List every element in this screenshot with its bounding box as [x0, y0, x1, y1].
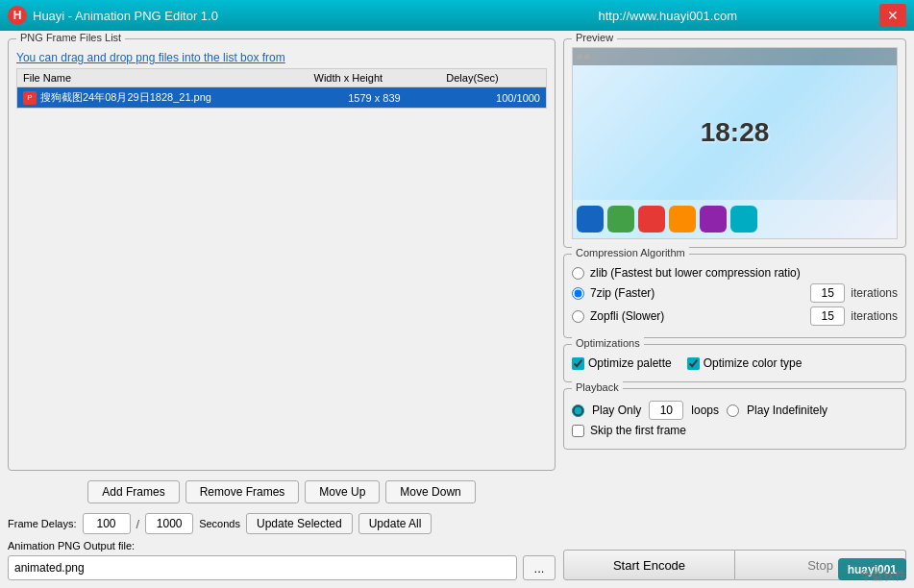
seconds-label: Seconds [199, 518, 240, 529]
output-file-label: Animation PNG Output file: [8, 540, 556, 551]
taskbar-dot [577, 54, 582, 60]
7zip-row: 7zip (Faster) iterations [572, 283, 898, 303]
file-list-group: PNG Frame Files List You can drag and dr… [8, 38, 556, 471]
table-row[interactable]: P搜狗截图24年08月29日1828_21.png 1579 x 839 100… [17, 87, 547, 109]
col-header-name: File Name [17, 69, 309, 87]
titlebar: H Huayi - Animation PNG Editor 1.0 http:… [0, 0, 914, 31]
drag-hint: You can drag and drop png files into the… [16, 51, 547, 64]
update-selected-button[interactable]: Update Selected [246, 513, 353, 534]
optimize-palette-checkbox[interactable] [572, 357, 584, 370]
zopfli-label: Zopfli (Slower) [590, 309, 664, 323]
preview-icons-row [573, 200, 897, 238]
frame-delays-label: Frame Delays: [8, 518, 77, 529]
watermark-sub: 华益软件 [860, 568, 906, 584]
app-logo: H [8, 6, 27, 25]
preview-image: 18:28 [572, 47, 898, 239]
optimize-palette-item: Optimize palette [572, 356, 672, 370]
delay-denominator-input[interactable] [145, 513, 193, 534]
zopfli-iterations-label: iterations [851, 309, 898, 323]
play-only-radio[interactable] [572, 404, 584, 417]
output-file-row: Animation PNG Output file: ... [8, 540, 556, 580]
preview-screen: 18:28 [573, 48, 897, 238]
optimize-palette-label: Optimize palette [588, 356, 672, 370]
app-title: Huayi - Animation PNG Editor 1.0 [33, 9, 457, 23]
move-down-button[interactable]: Move Down [385, 480, 475, 503]
drag-hint-text1: You can drag and drop png files into the [16, 51, 223, 64]
optimizations-title: Optimizations [572, 337, 644, 349]
drag-hint-link: list box from [223, 51, 285, 64]
file-delay-cell: 100/1000 [440, 87, 546, 109]
play-only-label: Play Only [592, 404, 641, 417]
zlib-radio[interactable] [572, 267, 584, 280]
preview-icon-3 [638, 206, 665, 233]
optimize-color-item: Optimize color type [687, 356, 803, 370]
remove-frames-button[interactable]: Remove Frames [185, 480, 300, 503]
zlib-label: zlib (Fastest but lower compression rati… [590, 266, 801, 280]
preview-clock: 18:28 [573, 65, 897, 200]
move-up-button[interactable]: Move Up [305, 480, 380, 503]
loops-input[interactable] [649, 401, 683, 420]
play-indefinitely-label: Play Indefinitely [747, 404, 828, 417]
col-header-size: Width x Height [309, 69, 441, 87]
browse-button[interactable]: ... [523, 555, 556, 580]
file-name-cell: P搜狗截图24年08月29日1828_21.png [17, 87, 309, 109]
optimize-color-checkbox[interactable] [687, 357, 700, 370]
7zip-label: 7zip (Faster) [590, 286, 655, 300]
preview-taskbar [573, 48, 897, 65]
output-file-input[interactable] [8, 555, 517, 580]
optimize-color-label: Optimize color type [704, 356, 803, 370]
preview-icon-4 [669, 206, 696, 233]
start-encode-button[interactable]: Start Encode [563, 550, 735, 580]
zopfli-iterations-input[interactable] [810, 306, 845, 326]
preview-icon-1 [577, 206, 604, 233]
skip-first-frame-label: Skip the first frame [590, 424, 686, 437]
add-frames-button[interactable]: Add Frames [87, 480, 179, 503]
preview-group: Preview 18:28 [563, 38, 906, 248]
zopfli-row: Zopfli (Slower) iterations [572, 306, 898, 326]
loops-label: loops [691, 404, 719, 417]
skip-first-frame-checkbox[interactable] [572, 425, 584, 437]
update-all-button[interactable]: Update All [358, 513, 432, 534]
playback-title: Playback [572, 381, 623, 393]
play-indefinitely-radio[interactable] [727, 404, 739, 417]
playback-group: Playback Play Only loops Play Indefinite… [563, 388, 906, 450]
watermark-sub-text: 华益软件 [860, 569, 906, 582]
file-action-buttons: Add Frames Remove Frames Move Up Move Do… [8, 480, 556, 503]
7zip-iterations-input[interactable] [810, 283, 845, 303]
optimizations-group: Optimizations Optimize palette Optimize … [563, 344, 906, 382]
preview-icon-6 [730, 206, 757, 233]
file-icon: P [23, 91, 37, 105]
taskbar-dot2 [584, 54, 590, 60]
playback-row1: Play Only loops Play Indefinitely [572, 401, 898, 420]
playback-row2: Skip the first frame [572, 424, 898, 437]
file-size-cell: 1579 x 839 [309, 87, 441, 109]
right-panel: Preview 18:28 [563, 38, 906, 580]
main-container: PNG Frame Files List You can drag and dr… [0, 31, 914, 588]
output-file-input-row: ... [8, 555, 556, 580]
file-list-title: PNG Frame Files List [16, 32, 125, 43]
app-url: http://www.huayi001.com [457, 9, 880, 23]
preview-icon-5 [700, 206, 727, 233]
compression-group: Compression Algorithm zlib (Fastest but … [563, 254, 906, 338]
preview-title: Preview [572, 32, 617, 43]
close-button[interactable]: ✕ [879, 4, 906, 27]
compression-title: Compression Algorithm [572, 247, 689, 258]
delay-slash: / [136, 517, 140, 531]
frame-delays-row: Frame Delays: / Seconds Update Selected … [8, 509, 556, 534]
left-panel: PNG Frame Files List You can drag and dr… [8, 38, 556, 580]
file-table: File Name Width x Height Delay(Sec) P搜狗截… [16, 68, 547, 109]
7zip-iterations-label: iterations [851, 286, 898, 300]
logo-text: H [13, 9, 22, 22]
optimizations-check-row: Optimize palette Optimize color type [572, 356, 898, 370]
zlib-row: zlib (Fastest but lower compression rati… [572, 266, 898, 280]
zopfli-radio[interactable] [572, 310, 584, 323]
preview-icon-2 [607, 206, 634, 233]
col-header-delay: Delay(Sec) [440, 69, 546, 87]
7zip-radio[interactable] [572, 287, 584, 300]
delay-numerator-input[interactable] [83, 513, 131, 534]
